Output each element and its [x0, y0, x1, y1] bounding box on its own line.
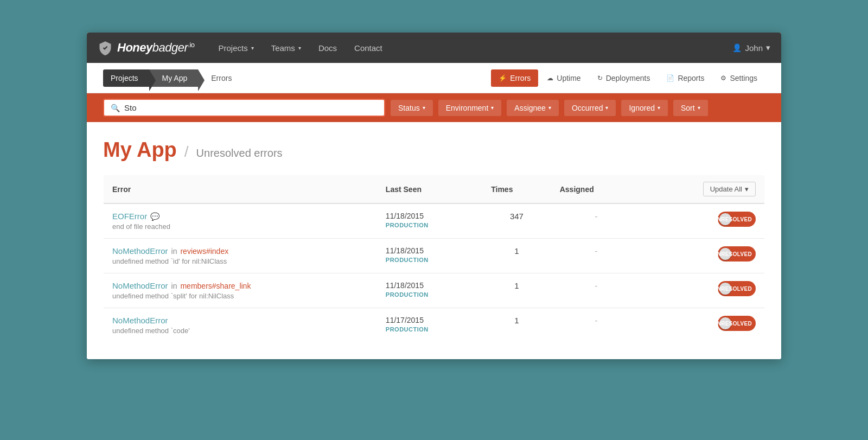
- tabs: ⚡ Errors ☁ Uptime ↻ Deployments 📄 Report…: [491, 69, 765, 87]
- date-value: 11/18/2015: [386, 281, 474, 290]
- toggle-button[interactable]: UNRESOLVED: [718, 246, 756, 262]
- error-name-link[interactable]: NoMethodError in reviews#index: [112, 246, 368, 256]
- toggle-label: UNRESOLVED: [713, 251, 752, 257]
- error-description: undefined method `code': [112, 327, 368, 335]
- last-seen-cell: 11/18/2015 PRODUCTION: [377, 239, 482, 273]
- tab-errors[interactable]: ⚡ Errors: [491, 69, 538, 87]
- nav-docs[interactable]: Docs: [311, 39, 344, 57]
- last-seen-cell: 11/17/2015 PRODUCTION: [377, 308, 482, 343]
- unresolved-toggle: UNRESOLVED: [650, 316, 756, 331]
- unresolved-toggle: UNRESOLVED: [650, 212, 756, 227]
- error-name-link[interactable]: NoMethodError in members#share_link: [112, 281, 368, 290]
- error-cell: EOFError 💬 end of file reached: [104, 203, 377, 239]
- col-times: Times: [482, 175, 551, 204]
- environment-badge: PRODUCTION: [386, 257, 474, 263]
- breadcrumb: Projects My App Errors: [103, 69, 242, 87]
- page-subtitle: Unresolved errors: [196, 147, 283, 160]
- user-icon: 👤: [732, 43, 742, 52]
- table-row: NoMethodError in reviews#index undefined…: [104, 239, 765, 273]
- search-input[interactable]: [124, 103, 378, 112]
- assigned-cell: -: [551, 273, 641, 308]
- col-update-all: Update All ▾: [641, 175, 764, 204]
- unresolved-toggle: UNRESOLVED: [650, 246, 756, 262]
- nav-contact[interactable]: Contact: [347, 39, 390, 57]
- error-name-link[interactable]: NoMethodError: [112, 316, 368, 325]
- ignored-filter-button[interactable]: Ignored ▾: [621, 100, 667, 116]
- errors-table: Error Last Seen Times Assigned: [103, 175, 765, 343]
- user-caret-icon: ▾: [766, 43, 770, 53]
- ignored-caret-icon: ▾: [658, 105, 660, 111]
- logo-icon: [98, 40, 113, 55]
- settings-tab-icon: ⚙: [720, 74, 726, 82]
- toggle-label: UNRESOLVED: [713, 286, 752, 292]
- status-cell: UNRESOLVED: [641, 203, 764, 239]
- tab-settings[interactable]: ⚙ Settings: [713, 69, 765, 87]
- toggle-button[interactable]: UNRESOLVED: [718, 281, 756, 296]
- breadcrumb-projects[interactable]: Projects: [103, 69, 149, 87]
- tab-reports[interactable]: 📄 Reports: [659, 69, 712, 87]
- last-seen-cell: 11/18/2015 PRODUCTION: [377, 273, 482, 308]
- toggle-button[interactable]: UNRESOLVED: [718, 316, 756, 331]
- heading-divider: /: [184, 143, 189, 161]
- breadcrumb-myapp[interactable]: My App: [149, 69, 199, 87]
- table-header-row: Error Last Seen Times Assigned: [104, 175, 765, 204]
- environment-badge: PRODUCTION: [386, 222, 474, 228]
- main-content: My App / Unresolved errors Error Last Se…: [87, 122, 781, 359]
- comment-icon: 💬: [150, 212, 159, 221]
- teams-caret-icon: ▾: [298, 45, 301, 51]
- environment-filter-button[interactable]: Environment ▾: [438, 100, 502, 116]
- error-name-link[interactable]: EOFError 💬: [112, 212, 368, 221]
- nav-teams[interactable]: Teams ▾: [264, 39, 309, 57]
- content-area: Projects My App Errors ⚡ Errors ☁ Uptime: [87, 63, 781, 359]
- tab-uptime[interactable]: ☁ Uptime: [539, 69, 588, 87]
- app-window: Honeybadger.io Projects ▾ Teams ▾ Docs C…: [87, 33, 781, 359]
- navbar-brand[interactable]: Honeybadger.io: [98, 40, 195, 55]
- assignee-filter-button[interactable]: Assignee ▾: [507, 100, 559, 116]
- col-assigned: Assigned: [551, 175, 641, 204]
- environment-caret-icon: ▾: [491, 105, 494, 111]
- filter-bar: 🔍 Status ▾ Environment ▾ Assignee ▾ Occu…: [87, 93, 781, 122]
- nav-links: Projects ▾ Teams ▾ Docs Contact: [211, 39, 733, 57]
- reports-tab-icon: 📄: [666, 74, 674, 82]
- assignee-caret-icon: ▾: [548, 105, 551, 111]
- update-all-caret-icon: ▾: [745, 185, 749, 193]
- status-caret-icon: ▾: [423, 105, 425, 111]
- deployments-tab-icon: ↻: [597, 74, 603, 82]
- status-cell: UNRESOLVED: [641, 273, 764, 308]
- toggle-label: UNRESOLVED: [713, 216, 752, 222]
- occurred-caret-icon: ▾: [605, 105, 608, 111]
- assigned-cell: -: [551, 239, 641, 273]
- assigned-cell: -: [551, 203, 641, 239]
- occurred-filter-button[interactable]: Occurred ▾: [564, 100, 616, 116]
- table-row: NoMethodError in members#share_link unde…: [104, 273, 765, 308]
- breadcrumb-errors: Errors: [198, 69, 242, 87]
- status-cell: UNRESOLVED: [641, 308, 764, 343]
- unresolved-toggle: UNRESOLVED: [650, 281, 756, 296]
- tab-deployments[interactable]: ↻ Deployments: [590, 69, 658, 87]
- status-filter-button[interactable]: Status ▾: [391, 100, 433, 116]
- projects-caret-icon: ▾: [251, 45, 254, 51]
- user-menu[interactable]: 👤 John ▾: [732, 43, 770, 53]
- errors-tab-icon: ⚡: [499, 74, 507, 82]
- environment-badge: PRODUCTION: [386, 291, 474, 298]
- date-value: 11/18/2015: [386, 246, 474, 255]
- last-seen-cell: 11/18/2015 PRODUCTION: [377, 203, 482, 239]
- assigned-cell: -: [551, 308, 641, 343]
- col-last-seen: Last Seen: [377, 175, 482, 204]
- sort-caret-icon: ▾: [698, 105, 700, 111]
- error-cell: NoMethodError undefined method `code': [104, 308, 377, 343]
- error-cell: NoMethodError in members#share_link unde…: [104, 273, 377, 308]
- environment-badge: PRODUCTION: [386, 326, 474, 333]
- error-description: undefined method `split' for nil:NilClas…: [112, 292, 368, 300]
- date-value: 11/17/2015: [386, 316, 474, 324]
- update-all-button[interactable]: Update All ▾: [703, 182, 756, 196]
- brand-name: Honeybadger.io: [117, 41, 195, 55]
- breadcrumb-tabs-bar: Projects My App Errors ⚡ Errors ☁ Uptime: [87, 63, 781, 93]
- toggle-button[interactable]: UNRESOLVED: [718, 212, 756, 227]
- nav-projects[interactable]: Projects ▾: [211, 39, 261, 57]
- error-description: undefined method `id' for nil:NilClass: [112, 257, 368, 265]
- col-error: Error: [104, 175, 377, 204]
- sort-filter-button[interactable]: Sort ▾: [673, 100, 708, 116]
- error-action: members#share_link: [180, 282, 251, 290]
- date-value: 11/18/2015: [386, 212, 474, 220]
